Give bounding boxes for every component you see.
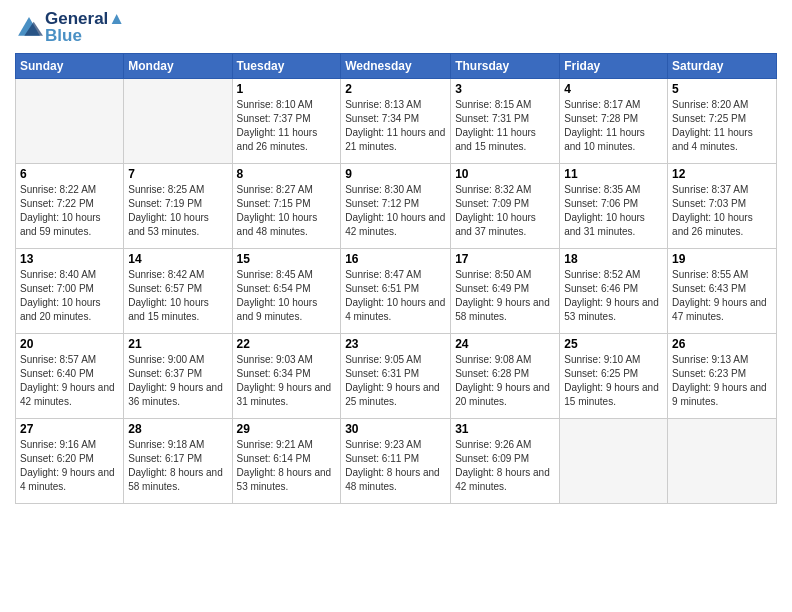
day-cell: 12Sunrise: 8:37 AM Sunset: 7:03 PM Dayli… bbox=[668, 164, 777, 249]
weekday-wednesday: Wednesday bbox=[341, 54, 451, 79]
day-number: 19 bbox=[672, 252, 772, 266]
week-row-1: 1Sunrise: 8:10 AM Sunset: 7:37 PM Daylig… bbox=[16, 79, 777, 164]
day-cell: 8Sunrise: 8:27 AM Sunset: 7:15 PM Daylig… bbox=[232, 164, 341, 249]
day-number: 24 bbox=[455, 337, 555, 351]
day-cell: 13Sunrise: 8:40 AM Sunset: 7:00 PM Dayli… bbox=[16, 249, 124, 334]
day-cell: 25Sunrise: 9:10 AM Sunset: 6:25 PM Dayli… bbox=[560, 334, 668, 419]
day-number: 21 bbox=[128, 337, 227, 351]
day-number: 25 bbox=[564, 337, 663, 351]
day-cell: 26Sunrise: 9:13 AM Sunset: 6:23 PM Dayli… bbox=[668, 334, 777, 419]
day-info: Sunrise: 8:25 AM Sunset: 7:19 PM Dayligh… bbox=[128, 183, 227, 239]
day-info: Sunrise: 9:18 AM Sunset: 6:17 PM Dayligh… bbox=[128, 438, 227, 494]
day-info: Sunrise: 8:57 AM Sunset: 6:40 PM Dayligh… bbox=[20, 353, 119, 409]
day-info: Sunrise: 8:22 AM Sunset: 7:22 PM Dayligh… bbox=[20, 183, 119, 239]
day-cell: 28Sunrise: 9:18 AM Sunset: 6:17 PM Dayli… bbox=[124, 419, 232, 504]
day-info: Sunrise: 8:35 AM Sunset: 7:06 PM Dayligh… bbox=[564, 183, 663, 239]
day-cell: 11Sunrise: 8:35 AM Sunset: 7:06 PM Dayli… bbox=[560, 164, 668, 249]
day-number: 1 bbox=[237, 82, 337, 96]
logo-icon bbox=[15, 14, 43, 42]
day-number: 5 bbox=[672, 82, 772, 96]
day-info: Sunrise: 8:27 AM Sunset: 7:15 PM Dayligh… bbox=[237, 183, 337, 239]
day-cell bbox=[668, 419, 777, 504]
day-cell: 27Sunrise: 9:16 AM Sunset: 6:20 PM Dayli… bbox=[16, 419, 124, 504]
page: General▲ Blue SundayMondayTuesdayWednesd… bbox=[0, 0, 792, 612]
day-info: Sunrise: 9:23 AM Sunset: 6:11 PM Dayligh… bbox=[345, 438, 446, 494]
week-row-3: 13Sunrise: 8:40 AM Sunset: 7:00 PM Dayli… bbox=[16, 249, 777, 334]
day-info: Sunrise: 8:13 AM Sunset: 7:34 PM Dayligh… bbox=[345, 98, 446, 154]
week-row-2: 6Sunrise: 8:22 AM Sunset: 7:22 PM Daylig… bbox=[16, 164, 777, 249]
day-info: Sunrise: 8:37 AM Sunset: 7:03 PM Dayligh… bbox=[672, 183, 772, 239]
day-number: 13 bbox=[20, 252, 119, 266]
day-info: Sunrise: 8:32 AM Sunset: 7:09 PM Dayligh… bbox=[455, 183, 555, 239]
day-number: 3 bbox=[455, 82, 555, 96]
day-info: Sunrise: 8:20 AM Sunset: 7:25 PM Dayligh… bbox=[672, 98, 772, 154]
day-info: Sunrise: 8:17 AM Sunset: 7:28 PM Dayligh… bbox=[564, 98, 663, 154]
day-number: 16 bbox=[345, 252, 446, 266]
day-cell: 19Sunrise: 8:55 AM Sunset: 6:43 PM Dayli… bbox=[668, 249, 777, 334]
day-cell: 24Sunrise: 9:08 AM Sunset: 6:28 PM Dayli… bbox=[451, 334, 560, 419]
day-cell: 10Sunrise: 8:32 AM Sunset: 7:09 PM Dayli… bbox=[451, 164, 560, 249]
day-cell: 17Sunrise: 8:50 AM Sunset: 6:49 PM Dayli… bbox=[451, 249, 560, 334]
weekday-header-row: SundayMondayTuesdayWednesdayThursdayFrid… bbox=[16, 54, 777, 79]
day-cell: 4Sunrise: 8:17 AM Sunset: 7:28 PM Daylig… bbox=[560, 79, 668, 164]
day-info: Sunrise: 9:08 AM Sunset: 6:28 PM Dayligh… bbox=[455, 353, 555, 409]
day-cell: 30Sunrise: 9:23 AM Sunset: 6:11 PM Dayli… bbox=[341, 419, 451, 504]
day-number: 17 bbox=[455, 252, 555, 266]
day-number: 23 bbox=[345, 337, 446, 351]
day-cell bbox=[16, 79, 124, 164]
weekday-monday: Monday bbox=[124, 54, 232, 79]
day-cell: 21Sunrise: 9:00 AM Sunset: 6:37 PM Dayli… bbox=[124, 334, 232, 419]
day-number: 4 bbox=[564, 82, 663, 96]
day-info: Sunrise: 8:45 AM Sunset: 6:54 PM Dayligh… bbox=[237, 268, 337, 324]
day-number: 14 bbox=[128, 252, 227, 266]
day-number: 7 bbox=[128, 167, 227, 181]
day-number: 26 bbox=[672, 337, 772, 351]
calendar-table: SundayMondayTuesdayWednesdayThursdayFrid… bbox=[15, 53, 777, 504]
day-info: Sunrise: 8:10 AM Sunset: 7:37 PM Dayligh… bbox=[237, 98, 337, 154]
day-number: 18 bbox=[564, 252, 663, 266]
day-number: 9 bbox=[345, 167, 446, 181]
day-info: Sunrise: 8:50 AM Sunset: 6:49 PM Dayligh… bbox=[455, 268, 555, 324]
header: General▲ Blue bbox=[15, 10, 777, 45]
day-cell: 14Sunrise: 8:42 AM Sunset: 6:57 PM Dayli… bbox=[124, 249, 232, 334]
day-info: Sunrise: 9:13 AM Sunset: 6:23 PM Dayligh… bbox=[672, 353, 772, 409]
day-info: Sunrise: 9:00 AM Sunset: 6:37 PM Dayligh… bbox=[128, 353, 227, 409]
day-number: 11 bbox=[564, 167, 663, 181]
day-info: Sunrise: 8:55 AM Sunset: 6:43 PM Dayligh… bbox=[672, 268, 772, 324]
day-cell: 29Sunrise: 9:21 AM Sunset: 6:14 PM Dayli… bbox=[232, 419, 341, 504]
weekday-sunday: Sunday bbox=[16, 54, 124, 79]
day-cell: 20Sunrise: 8:57 AM Sunset: 6:40 PM Dayli… bbox=[16, 334, 124, 419]
day-cell: 15Sunrise: 8:45 AM Sunset: 6:54 PM Dayli… bbox=[232, 249, 341, 334]
week-row-5: 27Sunrise: 9:16 AM Sunset: 6:20 PM Dayli… bbox=[16, 419, 777, 504]
day-number: 12 bbox=[672, 167, 772, 181]
day-number: 6 bbox=[20, 167, 119, 181]
day-number: 2 bbox=[345, 82, 446, 96]
day-cell: 18Sunrise: 8:52 AM Sunset: 6:46 PM Dayli… bbox=[560, 249, 668, 334]
day-cell: 3Sunrise: 8:15 AM Sunset: 7:31 PM Daylig… bbox=[451, 79, 560, 164]
day-number: 29 bbox=[237, 422, 337, 436]
logo: General▲ Blue bbox=[15, 10, 125, 45]
day-number: 28 bbox=[128, 422, 227, 436]
day-cell: 1Sunrise: 8:10 AM Sunset: 7:37 PM Daylig… bbox=[232, 79, 341, 164]
day-info: Sunrise: 9:10 AM Sunset: 6:25 PM Dayligh… bbox=[564, 353, 663, 409]
day-cell: 23Sunrise: 9:05 AM Sunset: 6:31 PM Dayli… bbox=[341, 334, 451, 419]
day-info: Sunrise: 8:30 AM Sunset: 7:12 PM Dayligh… bbox=[345, 183, 446, 239]
day-number: 22 bbox=[237, 337, 337, 351]
day-number: 10 bbox=[455, 167, 555, 181]
weekday-saturday: Saturday bbox=[668, 54, 777, 79]
day-cell: 5Sunrise: 8:20 AM Sunset: 7:25 PM Daylig… bbox=[668, 79, 777, 164]
weekday-tuesday: Tuesday bbox=[232, 54, 341, 79]
day-cell: 16Sunrise: 8:47 AM Sunset: 6:51 PM Dayli… bbox=[341, 249, 451, 334]
week-row-4: 20Sunrise: 8:57 AM Sunset: 6:40 PM Dayli… bbox=[16, 334, 777, 419]
day-info: Sunrise: 9:16 AM Sunset: 6:20 PM Dayligh… bbox=[20, 438, 119, 494]
day-info: Sunrise: 8:40 AM Sunset: 7:00 PM Dayligh… bbox=[20, 268, 119, 324]
day-cell: 22Sunrise: 9:03 AM Sunset: 6:34 PM Dayli… bbox=[232, 334, 341, 419]
day-cell bbox=[124, 79, 232, 164]
day-cell: 6Sunrise: 8:22 AM Sunset: 7:22 PM Daylig… bbox=[16, 164, 124, 249]
day-cell bbox=[560, 419, 668, 504]
day-number: 15 bbox=[237, 252, 337, 266]
day-cell: 31Sunrise: 9:26 AM Sunset: 6:09 PM Dayli… bbox=[451, 419, 560, 504]
weekday-friday: Friday bbox=[560, 54, 668, 79]
day-number: 8 bbox=[237, 167, 337, 181]
day-cell: 2Sunrise: 8:13 AM Sunset: 7:34 PM Daylig… bbox=[341, 79, 451, 164]
